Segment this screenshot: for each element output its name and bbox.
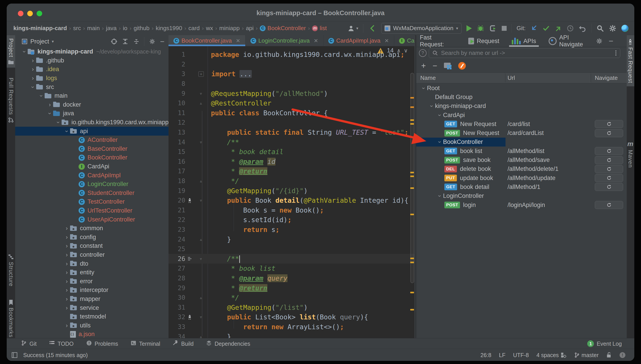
history-icon[interactable] xyxy=(567,25,574,32)
code-line[interactable]: 3+import ... xyxy=(169,69,414,79)
code-line[interactable]: 12 xyxy=(169,118,414,128)
fold-marker-icon[interactable]: + xyxy=(198,71,204,77)
fold-marker-icon[interactable]: ▵ xyxy=(194,178,208,184)
git-update-icon[interactable] xyxy=(530,25,538,32)
tree-chevron-icon[interactable]: › xyxy=(55,119,62,126)
api-request-row[interactable]: DELdelete book/allMethod/delete/1 xyxy=(416,164,627,174)
editor-scrollbar[interactable] xyxy=(410,46,414,338)
project-tree-row[interactable]: CTestController xyxy=(15,198,169,206)
code-line[interactable]: 32▿ public List<Book> list(Book query){ xyxy=(169,312,414,322)
tree-chevron-icon[interactable]: › xyxy=(436,193,443,200)
inspections-widget[interactable]: 14 ∧ ∨ xyxy=(377,47,408,54)
settings-gear-icon[interactable] xyxy=(609,24,616,32)
breadcrumb-item[interactable]: api xyxy=(246,25,254,32)
breadcrumb-item[interactable]: main xyxy=(87,25,100,32)
code-line[interactable]: 20▿ public Book detail(@PathVariable Int… xyxy=(169,196,414,206)
breadcrumb-item[interactable]: io xyxy=(123,25,128,32)
project-view-select[interactable]: Project ▾ xyxy=(22,38,54,45)
api-request-row[interactable]: GETbook list/allMethod/list xyxy=(416,146,627,156)
project-tree-row[interactable]: ›constant xyxy=(15,242,169,250)
sidebar-item-structure[interactable]: Structure xyxy=(7,254,15,286)
api-request-row[interactable]: GETbook detail/allMethod/1 xyxy=(416,182,627,191)
tree-chevron-icon[interactable]: › xyxy=(436,139,443,146)
code-line[interactable]: 25 xyxy=(169,244,414,254)
project-tree-row[interactable]: ›docker xyxy=(15,100,169,109)
tool-windows-quick-access-icon[interactable] xyxy=(11,352,18,358)
add-request-button[interactable]: + xyxy=(421,62,426,69)
code-line[interactable]: 17 * @return xyxy=(169,166,414,176)
breadcrumb-item[interactable]: kings1990 xyxy=(156,25,182,32)
project-tree-row[interactable]: CLoginController xyxy=(15,180,169,189)
project-tree-row[interactable]: ICardApi xyxy=(15,162,169,171)
rollback-icon[interactable] xyxy=(579,24,586,32)
project-tree-row[interactable]: CBookController xyxy=(15,153,169,162)
tree-chevron-icon[interactable]: › xyxy=(38,92,45,99)
code-line[interactable]: 14▿ /** xyxy=(169,137,414,147)
code-line[interactable]: 31 @GetMapping("/list") xyxy=(169,302,414,312)
editor-tab[interactable]: CBookController.java✕ xyxy=(169,35,246,46)
api-request-row[interactable]: POSTNew Request/card/cardList xyxy=(416,128,627,138)
project-tree-row[interactable]: ›controller xyxy=(15,250,169,260)
breadcrumb-item[interactable]: kings-miniapp-card xyxy=(14,25,67,32)
tree-chevron-icon[interactable]: › xyxy=(21,48,28,55)
group-view-icon[interactable] xyxy=(444,63,451,69)
rocket-gutter-icon[interactable] xyxy=(185,314,194,320)
user-icon[interactable]: ▾ xyxy=(347,24,358,32)
code-line[interactable]: 8 xyxy=(169,79,414,89)
toolwindow-button-build[interactable]: Build xyxy=(173,340,194,347)
coverage-button[interactable] xyxy=(489,24,497,32)
editor-tab[interactable]: ICardA✕ xyxy=(394,35,414,46)
api-request-row[interactable]: POSTlogin/loginApi/login xyxy=(416,200,627,210)
project-tree-row[interactable]: ›interceptor xyxy=(15,286,169,295)
fold-marker-icon[interactable]: ▵ xyxy=(194,237,208,242)
tree-chevron-icon[interactable]: › xyxy=(428,103,435,110)
project-tree-row[interactable]: ›api xyxy=(15,127,169,136)
git-push-icon[interactable] xyxy=(555,25,562,32)
api-group-row[interactable]: ›LoginController xyxy=(416,192,627,200)
scrollbar-thumb[interactable] xyxy=(410,73,414,283)
project-tree-row[interactable]: CAController xyxy=(15,136,169,144)
lock-icon[interactable] xyxy=(606,352,612,358)
code-line[interactable]: 18▵ */ xyxy=(169,176,414,186)
code-line[interactable]: 24▵ } xyxy=(169,234,414,244)
project-tree-row[interactable]: ›utils xyxy=(15,321,169,330)
close-tab-icon[interactable]: ✕ xyxy=(384,38,389,44)
code-line[interactable]: 26▿ /** xyxy=(169,254,414,264)
code-line[interactable]: 15 * book detail xyxy=(169,147,414,157)
help-icon[interactable]: ? xyxy=(419,49,426,57)
tree-chevron-icon[interactable]: › xyxy=(436,112,443,118)
tree-chevron-icon[interactable]: › xyxy=(63,251,70,258)
toolwindow-button-git[interactable]: Git xyxy=(21,340,37,347)
toolwindow-button-dependencies[interactable]: Dependencies xyxy=(206,340,250,347)
next-problem-icon[interactable]: ∨ xyxy=(404,48,408,54)
project-tree-row[interactable]: ›io.github.kings1990.card.wx.miniapp xyxy=(15,118,169,127)
expand-all-icon[interactable] xyxy=(122,38,129,45)
code-line[interactable]: 22 s.setId(id); xyxy=(169,215,414,225)
collapse-all-icon[interactable] xyxy=(133,38,140,45)
panel-settings-gear-icon[interactable] xyxy=(149,38,156,45)
code-line[interactable]: 21 Book s = new Book(); xyxy=(169,206,414,215)
code-line[interactable]: 2 xyxy=(169,60,414,69)
api-group-row[interactable]: ›CardApi xyxy=(416,111,627,120)
fold-marker-icon[interactable]: ▵ xyxy=(194,334,208,338)
sidebar-item-project[interactable]: Project xyxy=(7,35,15,68)
tree-chevron-icon[interactable]: › xyxy=(63,278,70,285)
intention-lines-icon[interactable] xyxy=(185,256,194,262)
search-everywhere-icon[interactable] xyxy=(596,24,604,32)
breadcrumb-item[interactable]: src xyxy=(73,25,81,32)
code-line[interactable]: 16 * @param id xyxy=(169,157,414,166)
breadcrumb-item[interactable]: java xyxy=(106,25,117,32)
api-request-row[interactable]: POSTsave book/allMethod/save xyxy=(416,156,627,164)
debug-button[interactable] xyxy=(477,24,484,32)
tree-chevron-icon[interactable]: › xyxy=(63,304,70,311)
tree-chevron-icon[interactable]: › xyxy=(30,66,36,73)
tree-chevron-icon[interactable]: › xyxy=(47,101,53,108)
sidebar-item-bookmarks[interactable]: Bookmarks xyxy=(7,300,15,338)
fold-marker-icon[interactable]: ▿ xyxy=(194,198,208,203)
prev-problem-icon[interactable]: ∧ xyxy=(397,48,401,54)
project-tree-row[interactable]: ›dto xyxy=(15,259,169,268)
fold-marker-icon[interactable]: ▵ xyxy=(194,295,208,300)
status-message[interactable]: Success (15 minutes ago) xyxy=(23,352,88,358)
tree-chevron-icon[interactable]: › xyxy=(63,225,70,232)
run-button[interactable] xyxy=(466,25,472,32)
